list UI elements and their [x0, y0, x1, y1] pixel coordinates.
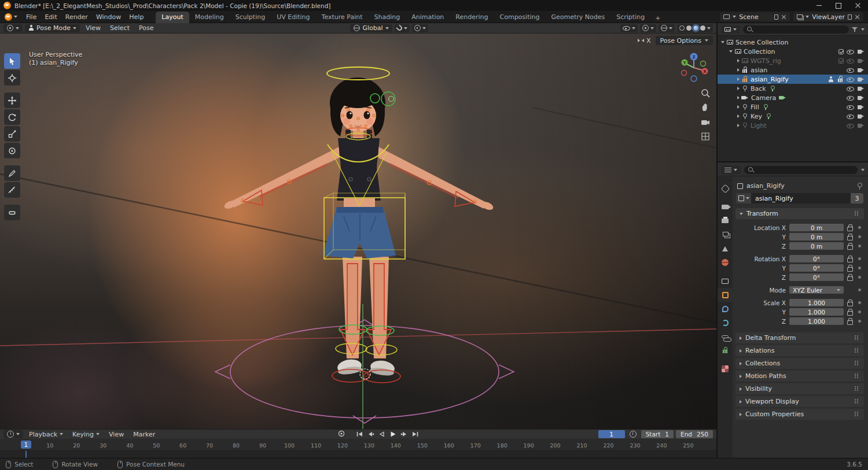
cursor-tool[interactable] [4, 70, 20, 86]
menu-marker[interactable]: Marker [130, 431, 159, 438]
render-camera-icon[interactable] [857, 123, 865, 129]
pose-options-dropdown[interactable]: Pose Options [656, 36, 713, 45]
wireframe-shading-button[interactable] [679, 25, 685, 31]
scale-y-field[interactable]: 1.000 [789, 308, 844, 316]
outliner-row-back[interactable]: Back [718, 84, 868, 93]
close-button[interactable] [848, 0, 868, 11]
scene-selector[interactable]: Scene [720, 12, 790, 21]
mode-dropdown[interactable]: Pose Mode [25, 24, 80, 32]
animate-dot[interactable] [858, 276, 861, 279]
properties-search-input[interactable] [744, 166, 858, 174]
jump-to-start-button[interactable] [356, 431, 363, 438]
panel-grip-icon[interactable] [854, 373, 860, 379]
menu-select[interactable]: Select [106, 24, 133, 32]
outliner-row-asian-rigify[interactable]: asian_Rigify [718, 75, 868, 84]
outliner-row-camera[interactable]: Camera [718, 93, 868, 102]
panel-viewport-display[interactable]: Viewport Display [735, 396, 864, 407]
outliner-search-input[interactable] [743, 25, 849, 34]
annotate-tool[interactable] [4, 165, 20, 181]
tab-render[interactable] [718, 200, 733, 214]
lock-icon[interactable] [847, 309, 852, 315]
rotation-y-field[interactable]: 0° [789, 264, 844, 272]
outliner-row-collection[interactable]: Collection [718, 47, 868, 56]
extra-tool[interactable] [4, 205, 20, 220]
move-tool[interactable] [4, 92, 20, 108]
panel-delta-transform[interactable]: Delta Transform [735, 332, 864, 343]
render-camera-icon[interactable] [857, 104, 865, 110]
lock-icon[interactable] [847, 256, 852, 262]
tab-geometry-nodes[interactable]: Geometry Nodes [545, 12, 610, 23]
overlays-dropdown[interactable] [659, 24, 675, 32]
scale-tool[interactable] [4, 126, 20, 142]
scale-x-field[interactable]: 1.000 [789, 299, 844, 307]
pan-hand-icon[interactable] [700, 102, 711, 113]
animate-dot[interactable] [858, 301, 861, 304]
play-button[interactable] [389, 431, 397, 438]
menu-pose[interactable]: Pose [135, 24, 157, 32]
visibility-eye-icon[interactable] [847, 86, 854, 92]
outliner-row-fill[interactable]: Fill [718, 102, 868, 112]
animate-dot[interactable] [858, 235, 861, 238]
end-frame-field[interactable]: End250 [676, 430, 713, 438]
expand-icon[interactable] [737, 77, 740, 81]
visibility-eye-icon[interactable] [847, 95, 854, 101]
object-name-field[interactable]: asian_Rigify [751, 193, 851, 203]
unlink-scene-icon[interactable] [781, 14, 786, 20]
tab-object-data[interactable] [718, 343, 733, 357]
menu-edit[interactable]: Edit [41, 12, 61, 22]
start-frame-field[interactable]: Start1 [641, 430, 674, 438]
proportional-editing-toggle[interactable] [412, 24, 428, 32]
lock-icon[interactable] [847, 318, 852, 324]
tab-uv-editing[interactable]: UV Editing [271, 12, 315, 23]
panel-custom-properties[interactable]: Custom Properties [735, 409, 864, 420]
scale-z-field[interactable]: 1.000 [789, 317, 844, 325]
rotation-mode-dropdown[interactable]: XYZ Euler [789, 286, 844, 294]
expand-icon[interactable] [737, 96, 740, 99]
tab-world[interactable] [718, 256, 733, 269]
visibility-eye-icon[interactable] [847, 49, 854, 55]
visibility-eye-icon[interactable] [847, 58, 854, 64]
navigation-gizmo[interactable]: Z X Y [678, 51, 710, 84]
render-camera-icon[interactable] [857, 67, 865, 73]
expand-icon[interactable] [729, 50, 733, 53]
auto-keying-toggle[interactable] [337, 430, 345, 439]
tab-tool[interactable] [718, 182, 733, 195]
lock-icon[interactable] [847, 243, 852, 249]
timeline-editor-type-button[interactable] [3, 430, 23, 438]
lock-icon[interactable] [847, 299, 852, 306]
menu-render[interactable]: Render [61, 12, 92, 22]
panel-grip-icon[interactable] [854, 211, 860, 216]
render-camera-icon[interactable] [857, 113, 865, 120]
tab-shading[interactable]: Shading [369, 12, 406, 23]
render-camera-icon[interactable] [857, 86, 865, 92]
tab-compositing[interactable]: Compositing [494, 12, 546, 23]
expand-icon[interactable] [737, 114, 740, 118]
expand-icon[interactable] [721, 41, 724, 43]
panel-grip-icon[interactable] [854, 412, 860, 417]
viewport-canvas[interactable] [0, 34, 716, 429]
menu-keying[interactable]: Keying [69, 431, 103, 438]
outliner-row-asian[interactable]: asian [718, 65, 868, 75]
expand-icon[interactable] [737, 87, 740, 90]
add-workspace-button[interactable]: + [650, 13, 665, 23]
visibility-eye-icon[interactable] [847, 76, 854, 83]
tab-view-layer[interactable] [718, 228, 733, 242]
lock-icon[interactable] [847, 234, 852, 240]
filter-icon[interactable] [852, 27, 858, 32]
menu-view-timeline[interactable]: View [105, 431, 127, 438]
menu-window[interactable]: Window [92, 12, 125, 22]
tab-modifiers[interactable] [718, 302, 733, 316]
outliner-row-key[interactable]: Key [718, 112, 868, 121]
panel-relations[interactable]: Relations [735, 345, 864, 356]
current-frame-field[interactable]: 1 [598, 430, 625, 438]
tab-animation[interactable]: Animation [406, 12, 450, 23]
id-type-button[interactable] [736, 193, 751, 203]
render-camera-icon[interactable] [857, 76, 865, 83]
blender-app-menu[interactable] [0, 13, 22, 21]
armature-data-icon[interactable] [837, 76, 844, 83]
animate-dot[interactable] [858, 320, 861, 323]
lock-icon[interactable] [847, 274, 852, 280]
render-camera-icon[interactable] [857, 58, 865, 64]
tab-texture-paint[interactable]: Texture Paint [316, 12, 369, 23]
panel-grip-icon[interactable] [854, 361, 860, 366]
